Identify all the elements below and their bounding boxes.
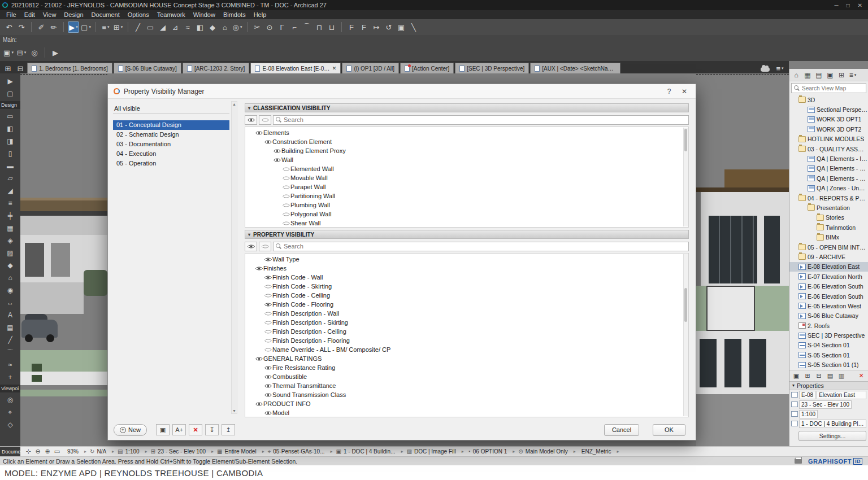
view-map-item[interactable]: E-08 Elevation East (789, 262, 868, 272)
redo-icon[interactable]: ↷ (16, 21, 27, 33)
classification-tree-item[interactable]: Building Element Proxy (245, 146, 688, 155)
line-tool-icon[interactable]: ╱ (2, 334, 18, 346)
profile-list-item[interactable]: 01 - Conceptual Design (113, 120, 229, 130)
property-tree-item[interactable]: Name Override - ALL - BM/ Composite/ CP (245, 345, 688, 354)
view-map-item[interactable]: 2. Roofs (789, 321, 868, 330)
collapse-chevron-icon[interactable]: ▾ (792, 383, 795, 388)
hide-all-eye-button[interactable] (259, 115, 271, 125)
visible-eye-icon[interactable] (254, 130, 263, 136)
classification-tree-item[interactable]: Partitioning Wall (245, 191, 688, 200)
visible-eye-icon[interactable] (263, 411, 272, 416)
document-tab[interactable]: E-08 Elevation East [E-08 Elev... ✕ (250, 63, 341, 73)
view-map-item[interactable]: QA | Elements - Not ... (789, 173, 868, 183)
classification-tree-item[interactable]: Elemented Wall (245, 164, 688, 173)
document-tab[interactable]: [Action Center] (400, 63, 454, 73)
hide-all-eye-button[interactable] (259, 242, 271, 251)
toolbar-icon[interactable] (63, 22, 64, 32)
import-profile-icon[interactable]: ↧ (205, 424, 219, 435)
property-tree-item[interactable]: Finish Description - Ceiling (245, 327, 688, 336)
delete-view-icon[interactable]: ✕ (856, 371, 866, 380)
dimension-f1-icon[interactable]: F (346, 21, 357, 33)
property-value[interactable]: 1 - DOC | 4 Building Plans 1:50 (799, 420, 866, 428)
view-map-search-input[interactable] (802, 85, 868, 91)
visible-eye-icon[interactable] (263, 139, 272, 145)
status-segment[interactable]: ▤ 1:100 (118, 448, 151, 455)
profile-list-item[interactable]: 04 - Execution (113, 149, 229, 159)
split-icon[interactable]: ✂ (251, 21, 263, 33)
property-row[interactable]: 23 - Sec - Elev 100 (789, 400, 868, 409)
menu-item[interactable]: Teamwork (153, 10, 189, 19)
property-tree-item[interactable]: Combustible (245, 372, 688, 381)
column-tool-icon[interactable]: ▯ (2, 147, 18, 160)
visible-eye-icon[interactable] (254, 402, 263, 407)
profile-list-scrollbar[interactable]: ▲ ▼ (231, 101, 237, 414)
polyline-tool-icon[interactable]: ≈ (2, 359, 18, 371)
profile-list-item[interactable]: 05 - Operation (113, 159, 229, 168)
dialog-titlebar[interactable]: Property Visibility Manager ? ✕ (108, 84, 696, 99)
classification-tree-item[interactable]: Construction Element (245, 137, 688, 146)
property-row[interactable]: E-08 Elevation East (789, 390, 868, 400)
classification-tree-item[interactable]: Parapet Wall (245, 182, 688, 191)
property-tree-item[interactable]: Finish Code - Ceiling (245, 291, 688, 300)
tab-menu-icon[interactable]: ≡ (774, 63, 785, 73)
document-tab[interactable]: [SEC | 3D Perspective] (455, 63, 529, 73)
scrollbar-thumb[interactable] (684, 288, 687, 322)
door-tool-icon[interactable]: ◧ (2, 123, 18, 135)
property-row[interactable]: 1 - DOC | 4 Building Plans 1:50 (789, 419, 868, 429)
profile-list-item[interactable]: 02 - Schematic Design (113, 130, 229, 139)
scrollbar-thumb[interactable] (684, 129, 687, 151)
profile-list-item[interactable]: 03 - Documentation (113, 139, 229, 149)
menu-item[interactable]: Document (88, 10, 124, 19)
tracker-b-icon[interactable]: ⊟ (16, 47, 27, 58)
curtain-wall-tool-icon[interactable]: ▦ (2, 222, 18, 234)
document-tab[interactable]: 1. Bedrooms [1. Bedrooms] (27, 63, 112, 73)
pickup-parameters-icon[interactable]: ✐ (36, 21, 47, 33)
visible-eye-icon[interactable] (263, 257, 272, 262)
axis-tool-icon[interactable]: ⌖ (2, 406, 18, 418)
show-all-eye-button[interactable] (245, 242, 257, 251)
new-profile-button[interactable]: + New (114, 424, 147, 436)
view-map-item[interactable]: SEC | 3D Perspective (789, 330, 868, 340)
dimension-f2-icon[interactable]: F (358, 21, 370, 33)
angle-icon[interactable]: ⊿ (170, 21, 181, 33)
menu-item[interactable]: Help (250, 10, 271, 19)
menu-item[interactable]: Options (124, 10, 153, 19)
zoom-out-icon[interactable]: ⊖ (33, 447, 42, 456)
undo-icon[interactable]: ↶ (3, 21, 15, 33)
dimension-tool-icon[interactable]: ↔ (2, 296, 18, 309)
mesh-tool-icon[interactable]: ▨ (2, 247, 18, 259)
property-tree-item[interactable]: Thermal Transmittance (245, 381, 688, 390)
classification-scrollbar[interactable] (683, 128, 688, 226)
status-segment[interactable]: ENZ_Metric (579, 448, 623, 455)
view-settings-icon[interactable]: ▥ (836, 371, 847, 380)
dialog-help-button[interactable]: ? (663, 88, 675, 95)
status-segment[interactable]: ↻ N/A (90, 448, 118, 455)
classification-tree-item[interactable]: Elements (245, 128, 688, 137)
property-value[interactable]: 1:100 (799, 410, 818, 418)
property-tree-item[interactable]: Finish Description - Flooring (245, 336, 688, 345)
toolbar-icon[interactable] (31, 22, 32, 32)
property-tree-item[interactable]: Finish Code - Wall (245, 273, 688, 282)
document-tab[interactable]: [S-06 Blue Cutaway] (114, 63, 181, 73)
view-map-item[interactable]: Twinmotion (789, 222, 868, 232)
teamwork-cloud-icon[interactable] (761, 67, 770, 72)
maximize-button[interactable]: □ (847, 2, 850, 8)
classification-tree-item[interactable]: Shear Wall (245, 219, 688, 228)
inject-parameters-icon[interactable]: ✏ (48, 21, 59, 33)
status-segment[interactable]: ⊞ 23 - Sec - Elev 100 (151, 448, 217, 455)
property-scrollbar[interactable] (683, 254, 688, 416)
cancel-button[interactable]: Cancel (604, 424, 639, 436)
duplicate-profile-icon[interactable]: ▣ (156, 424, 170, 435)
hidden-eye-icon[interactable] (281, 185, 290, 190)
property-tree-item[interactable]: Finishes (245, 264, 688, 273)
property-tree-item[interactable]: Sound Transmission Class (245, 390, 688, 399)
view-map-item[interactable]: WORK 3D OPT2 (789, 124, 868, 134)
corner-left-icon[interactable]: Γ (276, 21, 288, 33)
delete-profile-icon[interactable]: ✕ (189, 424, 202, 435)
status-segment[interactable]: ▦ Entire Model (217, 448, 268, 455)
duplicate-icon[interactable]: ▣ (396, 21, 407, 33)
view-map-item[interactable]: S-06 Blue Cutaway (789, 311, 868, 321)
hidden-eye-icon[interactable] (263, 320, 272, 325)
view-map-item[interactable]: QA | Elements - Inco... (789, 154, 868, 163)
toolbar-icon[interactable] (45, 47, 45, 58)
